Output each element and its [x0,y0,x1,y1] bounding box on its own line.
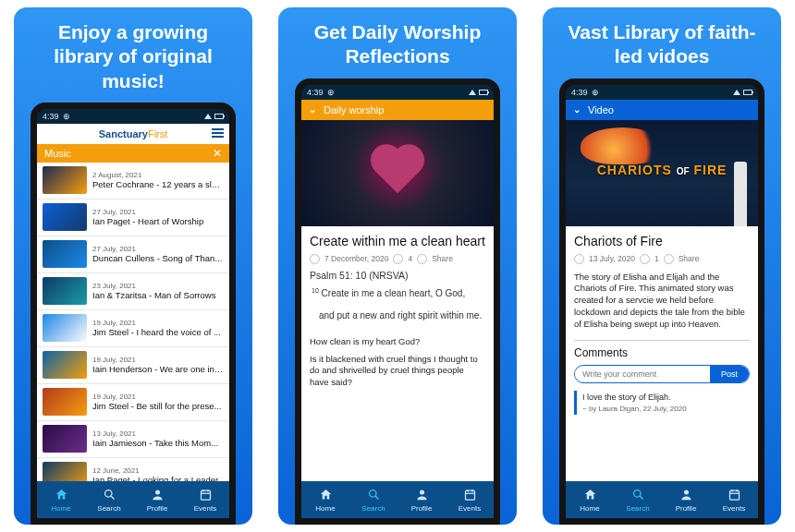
home-icon [583,488,597,503]
item-date: 27 July, 2021 [92,208,224,216]
chevron-down-icon[interactable]: ⌄ [309,104,316,115]
menu-icon[interactable] [212,128,224,138]
nav-profile[interactable]: Profile [662,481,710,518]
item-title: Ian & Tzaritsa - Man of Sorrows [92,290,224,300]
list-item[interactable]: 27 July, 2021Duncan Cullens - Song of Th… [37,236,229,273]
nav-profile[interactable]: Profile [398,481,446,518]
comment-icon[interactable] [393,254,403,264]
comment-icon[interactable] [640,254,650,264]
item-title: Jim Steel - I heard the voice of ... [92,327,224,337]
scripture-ref: Psalm 51: 10 (NRSVA) [310,270,485,281]
promo-panel-video: Vast Library of faith-led vidoes 4:39⊕ ⌄… [543,7,781,525]
list-item[interactable]: 12 June, 2021Ian Paget - Looking for a L… [37,458,229,481]
signal-icon [204,114,212,119]
thumbnail [43,277,87,305]
item-date: 12 June, 2021 [92,466,224,475]
nav-label: Events [194,504,216,513]
item-date: 23 July, 2021 [92,282,224,290]
thumbnail [43,462,87,481]
bottom-nav: HomeSearchProfileEvents [566,481,758,518]
item-title: Ian Paget - Heart of Worship [92,216,224,226]
section-bar-music[interactable]: Music ✕ [37,144,229,163]
events-icon [199,488,213,503]
article-title: Create within me a clean heart [310,234,485,248]
nav-label: Home [315,504,335,513]
thumbnail [43,203,87,231]
nav-label: Profile [676,504,697,513]
search-icon [367,488,381,503]
search-icon [631,488,645,503]
nav-home[interactable]: Home [37,481,85,518]
nav-label: Events [723,504,745,513]
item-date: 19 July, 2021 [92,319,224,327]
comments-heading: Comments [574,346,750,359]
music-list[interactable]: 2 August, 2021Peter Cochrane - 12 years … [37,163,229,481]
share-icon[interactable] [664,254,674,264]
search-icon [103,488,116,503]
list-item[interactable]: 19 July, 2021Iain Henderson - We are one… [37,347,229,384]
svg-rect-10 [465,490,474,500]
comment: I love the story of Elijah. ~ by Laura D… [574,391,750,415]
profile-icon [415,488,429,503]
calendar-icon [574,254,584,264]
svg-point-9 [420,490,424,494]
nav-home[interactable]: Home [566,481,614,518]
post-button[interactable]: Post [710,366,749,382]
events-icon [463,488,477,503]
list-item[interactable]: 2 August, 2021Peter Cochrane - 12 years … [37,163,229,200]
share-icon[interactable] [417,254,427,264]
list-item[interactable]: 19 July, 2021Jim Steel - I heard the voi… [37,310,229,347]
item-title: Peter Cochrane - 12 years a sla... [92,179,224,189]
thumbnail [43,351,87,379]
nav-events[interactable]: Events [710,481,758,518]
nav-search[interactable]: Search [85,481,133,518]
video-desc: The story of Elisha and Elijah and the C… [574,272,750,331]
thumbnail [43,425,87,453]
close-icon[interactable]: ✕ [213,147,222,160]
verse: 10 Create in me a clean heart, O God, an… [310,286,485,323]
phone-frame: 4:39⊕ SanctuaryFirst Music ✕ 2 August, 2… [31,103,236,525]
battery-icon [479,90,488,95]
battery-icon [214,114,224,119]
item-title: Iain Jamieson - Take this Mom... [92,438,224,448]
nav-search[interactable]: Search [614,481,662,518]
status-time: 4:39 [43,112,59,121]
nav-search[interactable]: Search [349,481,398,518]
home-icon [55,488,68,503]
list-item[interactable]: 23 July, 2021Ian & Tzaritsa - Man of Sor… [37,273,229,310]
section-label: Music [44,148,71,159]
nav-label: Search [626,504,649,513]
reflection-q: How clean is my heart God? [310,336,485,348]
bottom-nav: HomeSearchProfileEvents [37,481,229,518]
list-item[interactable]: 13 July, 2021Iain Jamieson - Take this M… [37,421,229,458]
events-icon [728,488,741,503]
svg-point-16 [684,490,689,494]
nav-events[interactable]: Events [181,481,229,518]
comment-box[interactable]: Post [574,365,750,383]
nav-profile[interactable]: Profile [133,481,181,518]
nav-label: Search [361,504,385,513]
nav-events[interactable]: Events [446,481,494,518]
section-label: Daily worship [324,104,384,115]
item-title: Jim Steel - Be still for the prese... [92,401,224,411]
nav-home[interactable]: Home [301,481,349,518]
phone-frame: 4:39⊕ ⌄ Daily worship Create within me a… [295,79,500,526]
svg-point-0 [104,490,112,497]
nav-label: Profile [147,504,168,513]
section-bar-video[interactable]: ⌄ Video [566,100,758,120]
chevron-down-icon[interactable]: ⌄ [573,104,581,115]
list-item[interactable]: 27 July, 2021Ian Paget - Heart of Worshi… [37,200,229,236]
section-bar-worship[interactable]: ⌄ Daily worship [301,100,494,120]
svg-rect-17 [729,490,739,500]
section-label: Video [588,104,614,115]
list-item[interactable]: 19 July, 2021Jim Steel - Be still for th… [37,384,229,421]
svg-point-7 [369,490,376,497]
signal-icon [469,90,476,95]
article-content: Create within me a clean heart 7 Decembe… [301,226,494,482]
svg-point-2 [155,490,160,494]
signal-icon [733,90,740,95]
promo-panel-worship: Get Daily Worship Reflections 4:39⊕ ⌄ Da… [278,7,517,525]
item-date: 13 July, 2021 [92,429,224,438]
comment-input[interactable] [575,369,710,379]
headline: Vast Library of faith-led vidoes [543,7,781,79]
